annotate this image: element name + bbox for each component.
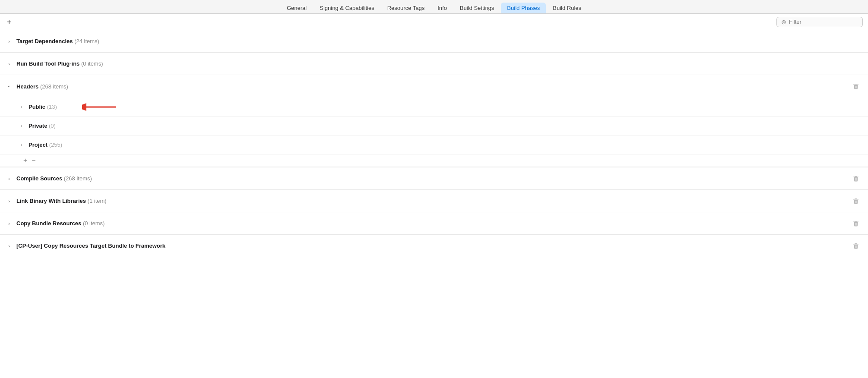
tab-build-settings[interactable]: Build Settings <box>454 3 501 13</box>
toolbar: + ⊜ <box>0 14 868 30</box>
phase-row-target-dependencies: ›Target Dependencies (24 items) <box>0 30 868 53</box>
add-remove-row: +− <box>0 154 868 167</box>
sub-title-project: Project (255) <box>29 142 62 148</box>
build-phases-content: ›Target Dependencies (24 items)›Run Buil… <box>0 30 868 257</box>
sub-row-project: ›Project (255) <box>0 135 868 154</box>
svg-rect-10 <box>855 198 857 199</box>
phase-title-headers: Headers (268 items) <box>16 83 68 90</box>
sub-items-headers: ›Public (13) ›Private (0)›Project (255)+… <box>0 98 868 167</box>
svg-rect-19 <box>853 244 858 244</box>
chevron-target-dependencies[interactable]: › <box>6 39 12 44</box>
chevron-link-binary[interactable]: › <box>6 198 12 204</box>
sub-row-public: ›Public (13) <box>0 98 868 117</box>
tab-build-phases[interactable]: Build Phases <box>501 3 546 13</box>
phase-row-link-binary: ›Link Binary With Libraries (1 item) <box>0 190 868 212</box>
phase-title-compile-sources: Compile Sources (268 items) <box>16 175 92 182</box>
tab-resource-tags[interactable]: Resource Tags <box>381 3 431 13</box>
tab-info[interactable]: Info <box>431 3 453 13</box>
phase-row-run-build-tool: ›Run Build Tool Plug-ins (0 items) <box>0 53 868 75</box>
sub-title-private: Private (0) <box>29 123 56 129</box>
filter-box: ⊜ <box>776 17 863 27</box>
filter-input[interactable] <box>789 19 849 25</box>
tab-build-rules[interactable]: Build Rules <box>547 3 587 13</box>
delete-phase-copy-bundle[interactable] <box>850 218 862 229</box>
phase-row-copy-bundle: ›Copy Bundle Resources (0 items) <box>0 212 868 235</box>
delete-phase-headers[interactable] <box>850 81 862 91</box>
phase-title-target-dependencies: Target Dependencies (24 items) <box>16 38 99 44</box>
delete-phase-link-binary[interactable] <box>850 196 862 206</box>
phase-row-headers: ›Headers (268 items) <box>0 75 868 98</box>
sub-chevron-project[interactable]: › <box>19 142 24 147</box>
phase-row-cp-user-copy: ›[CP-User] Copy Resources Target Bundle … <box>0 235 868 257</box>
chevron-cp-user-copy[interactable]: › <box>6 243 12 249</box>
phase-title-link-binary: Link Binary With Libraries (1 item) <box>16 198 107 204</box>
phase-title-run-build-tool: Run Build Tool Plug-ins (0 items) <box>16 60 103 67</box>
tab-signing[interactable]: Signing & Capabilities <box>314 3 380 13</box>
sub-title-public: Public (13) <box>29 104 57 110</box>
svg-rect-14 <box>855 221 857 222</box>
red-arrow-annotation <box>82 101 117 113</box>
svg-rect-15 <box>853 221 858 222</box>
phase-row-compile-sources: ›Compile Sources (268 items) <box>0 167 868 190</box>
delete-phase-compile-sources[interactable] <box>850 173 862 184</box>
svg-rect-18 <box>855 243 857 244</box>
svg-rect-1 <box>853 85 858 85</box>
chevron-copy-bundle[interactable]: › <box>6 221 12 226</box>
chevron-compile-sources[interactable]: › <box>6 176 12 181</box>
add-phase-button[interactable]: + <box>5 18 13 26</box>
sub-remove-button[interactable]: − <box>32 157 35 164</box>
sub-chevron-public[interactable]: › <box>19 104 24 109</box>
chevron-headers[interactable]: › <box>6 83 12 89</box>
sub-chevron-private[interactable]: › <box>19 123 24 128</box>
tab-general[interactable]: General <box>281 3 313 13</box>
svg-rect-6 <box>855 176 857 177</box>
svg-rect-11 <box>853 199 858 199</box>
phase-title-cp-user-copy: [CP-User] Copy Resources Target Bundle t… <box>16 243 165 249</box>
svg-rect-7 <box>853 176 858 177</box>
phase-title-copy-bundle: Copy Bundle Resources (0 items) <box>16 220 105 227</box>
chevron-run-build-tool[interactable]: › <box>6 61 12 66</box>
sub-add-button[interactable]: + <box>23 157 27 164</box>
sub-row-private: ›Private (0) <box>0 117 868 135</box>
svg-rect-0 <box>855 84 857 85</box>
filter-icon: ⊜ <box>781 19 786 25</box>
tab-bar: GeneralSigning & CapabilitiesResource Ta… <box>0 0 868 14</box>
delete-phase-cp-user-copy[interactable] <box>850 241 862 251</box>
